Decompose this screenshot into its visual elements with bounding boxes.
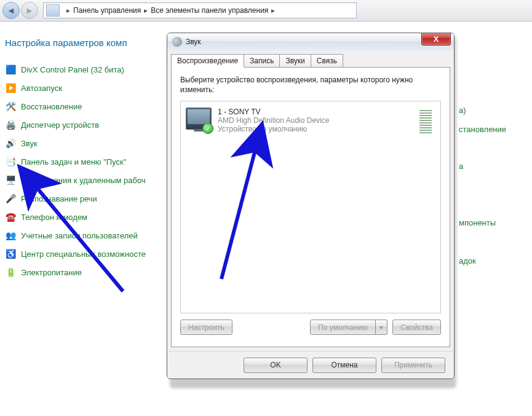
- item-icon: 🖥️: [5, 175, 16, 186]
- partial-item-label: становление: [459, 125, 506, 134]
- set-default-dropdown[interactable]: ▾: [376, 320, 387, 335]
- item-label: DivX Control Panel (32 бита): [21, 65, 124, 74]
- device-item-sony-tv[interactable]: ✓ 1 - SONY TV AMD High Definition Audio …: [185, 105, 437, 136]
- tv-icon: ✓: [186, 108, 212, 130]
- item-icon: ☎️: [5, 211, 16, 222]
- tab-Связь[interactable]: Связь: [311, 54, 343, 67]
- partial-item-label: а): [459, 106, 466, 115]
- item-label: Телефон и модем: [21, 213, 87, 222]
- cancel-button[interactable]: Отмена: [312, 358, 376, 373]
- dialog-titlebar[interactable]: Звук X: [167, 33, 454, 50]
- breadcrumb-separator-icon: ▸: [144, 6, 148, 15]
- partial-item-label: мпоненты: [459, 218, 496, 227]
- close-button[interactable]: X: [421, 33, 451, 45]
- device-name: 1 - SONY TV: [218, 108, 329, 116]
- item-label: Электропитание: [21, 268, 82, 277]
- item-label: Звук: [21, 139, 38, 148]
- tab-Запись[interactable]: Запись: [244, 54, 280, 67]
- tab-Воспроизведение[interactable]: Воспроизведение: [171, 54, 244, 68]
- tab-Звуки[interactable]: Звуки: [279, 54, 311, 67]
- forward-button[interactable]: ►: [21, 2, 38, 19]
- level-meter-icon: [419, 110, 432, 133]
- partial-item-label: адок: [459, 256, 476, 265]
- back-button[interactable]: ◄: [2, 2, 20, 19]
- item-icon: ▶️: [5, 82, 16, 93]
- item-icon: 🔋: [5, 267, 16, 278]
- item-label: Учетные записи пользователей: [21, 231, 138, 240]
- device-driver: AMD High Definition Audio Device: [218, 116, 329, 125]
- device-list[interactable]: ✓ 1 - SONY TV AMD High Definition Audio …: [180, 101, 441, 313]
- chevron-down-icon: ▾: [379, 323, 383, 332]
- default-check-icon: ✓: [202, 123, 213, 134]
- playback-tab-pane: Выберите устройство воспроизведения, пар…: [171, 67, 450, 347]
- apply-button[interactable]: Применить: [381, 358, 445, 373]
- breadcrumb-all-items[interactable]: Все элементы панели управления: [151, 6, 268, 15]
- control-panel-icon: [46, 4, 60, 17]
- item-label: Диспетчер устройств: [21, 120, 99, 130]
- sound-dialog-icon: [172, 37, 182, 47]
- item-label: Центр специальных возможносте: [21, 249, 146, 259]
- item-icon: 👥: [5, 230, 16, 241]
- address-bar[interactable]: ▸ Панель управления ▸ Все элементы панел…: [43, 2, 357, 18]
- item-icon: ♿: [5, 248, 16, 259]
- item-label: Восстановление: [21, 102, 82, 111]
- item-label: Распознавание речи: [21, 194, 97, 203]
- breadcrumb-separator-icon: ▸: [271, 6, 275, 15]
- configure-button[interactable]: Настроить: [180, 320, 232, 335]
- instruction-text: Выберите устройство воспроизведения, пар…: [180, 75, 441, 95]
- partial-item-label: а: [459, 162, 463, 171]
- item-icon: 🔊: [5, 138, 16, 149]
- item-icon: 📑: [5, 156, 16, 167]
- breadcrumb-control-panel[interactable]: Панель управления: [73, 6, 141, 15]
- item-label: Панель задач и меню "Пуск": [21, 157, 126, 167]
- item-icon: 🖨️: [5, 119, 16, 130]
- item-label: Автозапуск: [21, 84, 62, 93]
- breadcrumb-separator-icon: ▸: [66, 6, 70, 15]
- item-icon: 🎤: [5, 193, 16, 204]
- item-icon: 🟦: [5, 64, 16, 75]
- close-icon: X: [434, 34, 439, 44]
- properties-button[interactable]: Свойства: [392, 320, 441, 335]
- item-label: Подключения к удаленным рабоч: [21, 176, 146, 185]
- device-status: Устройство по умолчанию: [218, 125, 329, 133]
- item-icon: 🛠️: [5, 101, 16, 112]
- ok-button[interactable]: OK: [244, 358, 308, 373]
- dialog-title: Звук: [186, 37, 201, 46]
- set-default-button[interactable]: По умолчанию: [310, 320, 376, 335]
- sound-dialog: Звук X ВоспроизведениеЗаписьЗвукиСвязь В…: [167, 33, 455, 379]
